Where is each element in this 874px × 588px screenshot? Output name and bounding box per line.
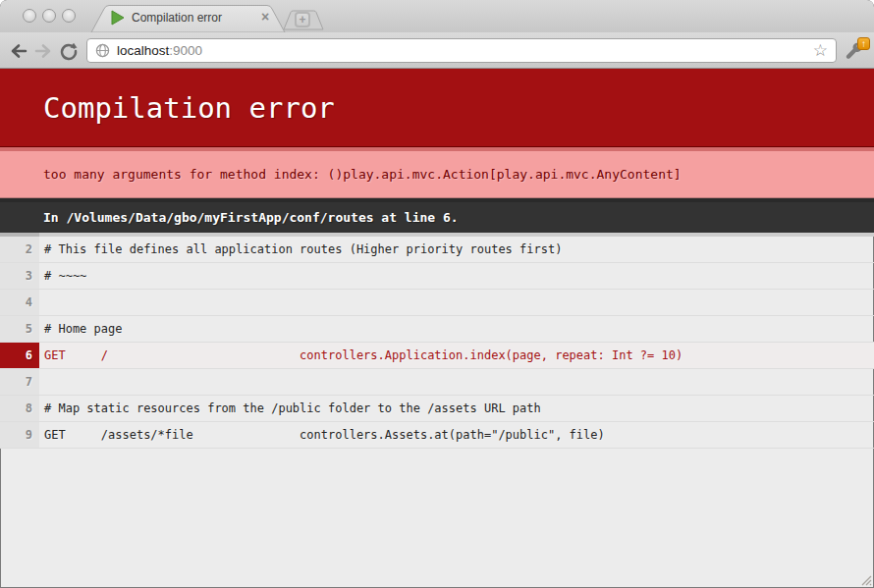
line-code: # Home page [39,316,874,342]
line-number: 4 [0,290,39,315]
toolbar: localhost:9000 ☆ ↑ [0,32,874,69]
bookmark-star-icon[interactable]: ☆ [813,42,828,59]
page-background [0,449,874,588]
tab-close-icon[interactable]: × [257,9,273,25]
browser-window: Compilation error × + localhost:9000 ☆ [0,0,874,588]
line-code: # This file defines all application rout… [39,233,874,262]
line-code: # ~~~~ [39,263,874,289]
line-code: GET / controllers.Application.index(page… [39,343,874,368]
code-row: 9GET /assets/*file controllers.Assets.at… [0,422,874,449]
line-code [39,290,874,315]
window-controls [23,9,76,23]
code-row: 2# This file defines all application rou… [0,233,874,263]
line-number: 6 [0,343,39,368]
line-code: GET /assets/*file controllers.Assets.at(… [39,422,874,448]
wrench-menu-button[interactable]: ↑ [843,40,868,64]
tab-strip: Compilation error × + [0,0,874,32]
zoom-window-button[interactable] [62,9,76,23]
line-code [39,369,874,395]
line-number: 2 [0,233,39,262]
update-badge: ↑ [857,37,870,50]
error-page: Compilation error too many arguments for… [0,69,874,588]
line-code: # Map static resources from the /public … [39,396,874,421]
line-number: 3 [0,263,39,289]
new-tab-plus-icon: + [295,12,310,27]
forward-button[interactable] [33,41,53,61]
close-window-button[interactable] [23,9,36,23]
line-number: 5 [0,316,39,342]
code-row: 6GET / controllers.Application.index(pag… [0,343,874,369]
tab-title: Compilation error [132,11,249,25]
code-row: 7 [0,369,874,396]
code-row: 4 [0,290,874,316]
error-detail: too many arguments for method index: ()p… [0,147,874,198]
page-title: Compilation error [0,69,874,147]
line-number: 7 [0,369,39,395]
address-bar[interactable]: localhost:9000 ☆ [86,38,837,63]
line-number: 9 [0,422,39,448]
url-host: localhost [117,43,169,58]
line-number: 8 [0,396,39,421]
code-listing: 2# This file defines all application rou… [0,233,874,449]
error-location: In /Volumes/Data/gbo/myFirstApp/conf/rou… [0,198,874,233]
globe-icon [95,43,110,58]
url-port: :9000 [169,43,202,58]
code-row: 5# Home page [0,316,874,343]
code-row: 8# Map static resources from the /public… [0,396,874,422]
code-row: 3# ~~~~ [0,263,874,290]
play-framework-favicon-icon [110,10,125,26]
back-button[interactable] [9,41,28,61]
reload-button[interactable] [59,41,79,61]
minimize-window-button[interactable] [42,9,56,23]
resize-grip[interactable] [858,572,872,586]
url-text[interactable]: localhost:9000 [117,43,813,58]
